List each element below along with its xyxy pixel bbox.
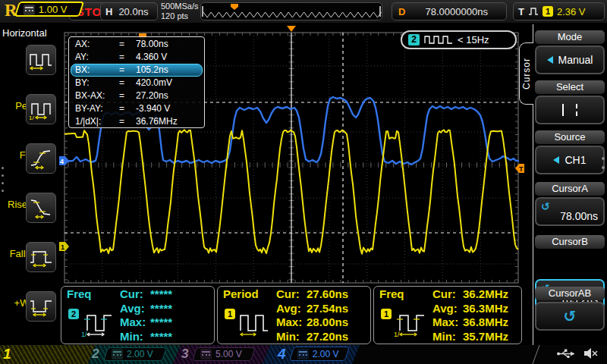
- row-value: 36.2MHz: [463, 287, 508, 302]
- measure-freq-button[interactable]: 1/: [26, 94, 56, 124]
- knob-icon: ↺: [541, 200, 550, 212]
- horizontal-scale-letter: H: [105, 6, 112, 17]
- freq-counter-value: < 15Hz: [458, 34, 489, 46]
- row-value: *****: [150, 315, 172, 330]
- cursor-readout-row: BX-AX:=27.20ns: [71, 89, 203, 102]
- cursor-a-button[interactable]: ↺ 78.00ns: [535, 197, 605, 226]
- row-value: 36.3MHz: [463, 302, 508, 316]
- cursor-b-header: CursorB: [535, 235, 605, 249]
- top-status-bar: RIGOL STOP H 20.0ns 500MSa/s 120 pts D 7…: [0, 0, 607, 23]
- cursor-menu-tab-label: Cursor: [521, 58, 532, 89]
- ch3-number[interactable]: 3: [181, 347, 188, 362]
- freq-icon: 1/: [81, 306, 113, 338]
- row-label: Max:: [432, 315, 463, 330]
- acquisition-info: 500MSa/s 120 pts: [161, 2, 199, 21]
- row-value: *****: [150, 287, 172, 302]
- ch2-scale-box[interactable]: 2.00 V: [103, 347, 167, 361]
- panel-title: Freq: [379, 287, 404, 300]
- memory-depth: 120 pts: [161, 11, 199, 21]
- source-button[interactable]: CH1: [535, 146, 605, 174]
- measure-menu-title: Horizontal: [0, 23, 59, 39]
- trigger-level-value: 2.36 V: [557, 6, 586, 17]
- panel-title: Period: [223, 287, 259, 300]
- freq-icon: 1/: [29, 98, 53, 121]
- cursor-a-line-icon: [562, 104, 564, 116]
- knob-icon: ↺: [564, 307, 577, 325]
- svg-text:1/: 1/: [394, 331, 400, 338]
- ch1-scale-box[interactable]: 1.00 V: [14, 2, 84, 17]
- svg-text:T: T: [519, 165, 524, 173]
- panel-title: Freq: [67, 287, 92, 300]
- row-label: Cur:: [432, 287, 463, 302]
- oscilloscope-screen: RIGOL STOP H 20.0ns 500MSa/s 120 pts D 7…: [0, 0, 607, 364]
- source-header: Source: [535, 130, 605, 144]
- sample-rate: 500MSa/s: [161, 2, 199, 11]
- cursor-a-value: 78.00ns: [560, 210, 598, 222]
- measure-panel-freq-ch2: Freq 2 1/ Cur:***** Avg:***** Max:***** …: [61, 286, 215, 344]
- row-label: Avg:: [120, 302, 150, 316]
- ch4-number[interactable]: 4: [278, 346, 286, 362]
- trigger-slope-icon: [528, 6, 539, 17]
- row-label: Min:: [120, 330, 150, 344]
- row-label: Avg:: [276, 302, 307, 316]
- row-label: Max:: [120, 315, 150, 330]
- cursor-readout-row: AX:=78.00ns: [71, 38, 203, 51]
- ch4-scale-value: 2.00 V: [313, 349, 339, 359]
- ch3-scale-value: 5.00 V: [215, 349, 242, 359]
- row-value: 27.54ns: [307, 302, 348, 316]
- row-label: Max:: [276, 315, 307, 330]
- ch4-scale-box[interactable]: 2.00 V: [289, 347, 350, 361]
- panel-channel-badge: 2: [68, 309, 79, 319]
- rise-time-icon: [29, 147, 53, 170]
- cursor-readout-row: 1/|dX|:=36.76MHz: [71, 115, 203, 128]
- select-button[interactable]: [535, 96, 605, 124]
- mode-header: Mode: [535, 30, 605, 44]
- measure-pos-width-button[interactable]: [26, 242, 56, 272]
- cursor-ab-button[interactable]: ↺: [535, 302, 605, 331]
- source-value: CH1: [565, 154, 586, 166]
- ch2-number[interactable]: 2: [92, 347, 99, 362]
- trigger-info-box: T 1 2.36 V: [513, 2, 605, 20]
- cursor-b-line-icon: [576, 104, 577, 116]
- row-value: *****: [150, 302, 172, 316]
- cursor-a-header: CursorA: [535, 182, 605, 196]
- selected-triangle-icon: [547, 56, 553, 64]
- ch3-scale-box[interactable]: 5.00 V: [192, 347, 256, 361]
- ch2-scale-value: 2.00 V: [127, 349, 153, 359]
- selected-triangle-icon: [553, 156, 559, 164]
- cursor-readout-overlay: AX:=78.00nsAY:=4.360 VBX:=105.2nsBY:=420…: [68, 36, 205, 128]
- row-value: 28.00ns: [307, 315, 348, 330]
- row-label: Min:: [276, 330, 307, 344]
- waveform-preview-plot: [201, 3, 382, 20]
- cursor-readout-row: AY:=4.360 V: [71, 51, 203, 64]
- svg-text:1: 1: [61, 243, 64, 251]
- menu-page-indicator: [602, 157, 605, 169]
- frequency-counter-badge: 2 < 15Hz: [401, 30, 517, 49]
- measure-period-button[interactable]: [26, 45, 56, 75]
- cursor-readout-row: BY-AY:=-3.940 V: [71, 102, 203, 115]
- pos-width-icon: [29, 246, 53, 268]
- row-label: Avg:: [432, 302, 463, 316]
- coupling-dc-icon: [200, 349, 212, 359]
- mode-button[interactable]: Manual: [535, 46, 605, 74]
- coupling-dc-icon: [112, 349, 123, 359]
- waveform-preview: [200, 2, 382, 20]
- measure-rise-time-button[interactable]: [26, 143, 56, 174]
- trigger-source-badge: 1: [543, 6, 553, 17]
- ch1-scale-value: 1.00 V: [39, 4, 68, 15]
- delay-letter: D: [398, 6, 405, 17]
- row-value: 27.60ns: [307, 287, 348, 302]
- ch1-number[interactable]: 1: [3, 346, 11, 362]
- period-icon: [237, 306, 269, 338]
- measure-menu: Horizontal Period 1/ Freq: [0, 23, 59, 345]
- measure-neg-width-button[interactable]: [26, 291, 56, 322]
- measure-fall-time-button[interactable]: [26, 193, 56, 223]
- cursor-menu-tab[interactable]: Cursor: [519, 42, 533, 105]
- delay-value: 78.0000000ns: [413, 6, 500, 17]
- trigger-letter: T: [518, 6, 524, 17]
- fall-time-icon: [29, 196, 53, 219]
- cursor-ab-header: CursorAB: [535, 287, 605, 300]
- svg-text:1/: 1/: [81, 331, 87, 338]
- row-value: *****: [150, 330, 172, 344]
- row-value: 35.7MHz: [463, 330, 508, 344]
